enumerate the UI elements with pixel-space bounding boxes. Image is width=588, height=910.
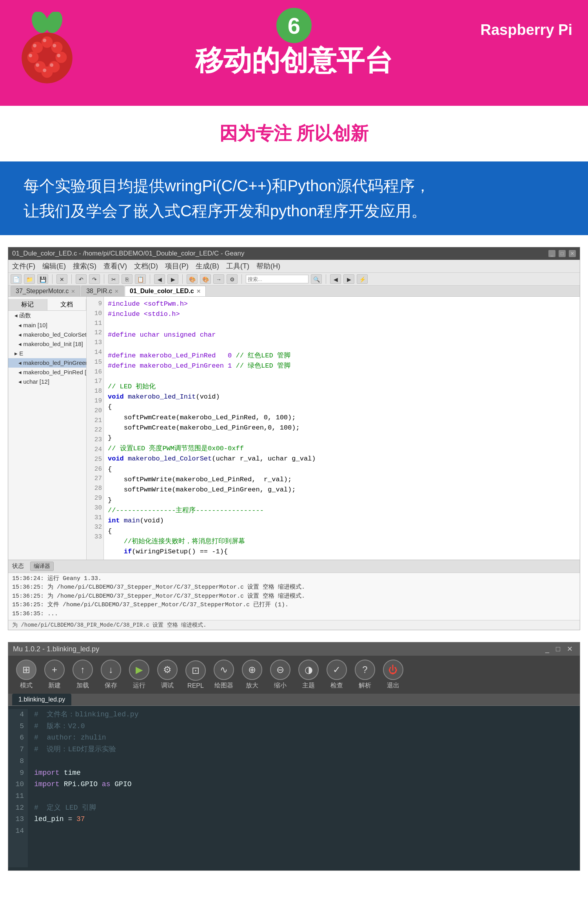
- geany-maximize-btn[interactable]: □: [559, 250, 566, 257]
- mu-theme-btn[interactable]: ◑ 主题: [298, 660, 319, 690]
- mu-code-content[interactable]: # 文件名：blinking_led.py # 版本：V2.0 # author…: [28, 709, 145, 867]
- mu-zoomout-btn[interactable]: ⊖ 缩小: [270, 660, 290, 690]
- mu-debug-btn[interactable]: ⚙ 调试: [157, 660, 178, 690]
- compiler-btn[interactable]: 编译器: [30, 562, 54, 571]
- mu-new-icon: +: [44, 660, 65, 680]
- geany-titlebar: 01_Dule_color_LED.c - /home/pi/CLBDEMO/0…: [8, 247, 580, 260]
- svg-point-1: [43, 12, 65, 35]
- menu-build[interactable]: 生成(B): [196, 261, 219, 271]
- tab-dule-color-close[interactable]: ✕: [196, 288, 201, 294]
- mu-mode-btn[interactable]: ⊞ 模式: [16, 660, 36, 690]
- mu-minimize-btn[interactable]: _: [545, 645, 549, 653]
- tab-pir-close[interactable]: ✕: [114, 288, 119, 294]
- mu-check-btn[interactable]: ✓ 检查: [327, 660, 347, 690]
- tree-item-pingreen[interactable]: ◂ makerobo_led_PinGreen [13: [8, 358, 86, 368]
- mu-line-num-6: 6: [12, 732, 24, 744]
- menu-tools[interactable]: 工具(T): [226, 261, 249, 271]
- toolbar-color[interactable]: 🎨: [187, 274, 198, 284]
- toolbar-nav-next[interactable]: ▶: [343, 274, 354, 284]
- toolbar-redo[interactable]: ↷: [89, 274, 100, 284]
- geany-minimize-btn[interactable]: _: [548, 250, 555, 257]
- tree-item-e[interactable]: ▸ E: [8, 349, 86, 358]
- mu-quit-btn[interactable]: ⏻ 退出: [383, 660, 403, 690]
- mu-plotter-icon: ∿: [214, 660, 234, 680]
- mu-toolbar: ⊞ 模式 + 新建 ↑ 加载 ↓ 保存 ▶ 运行 ⚙ 调试 ⊡ REPL ∿ 绘: [8, 656, 580, 694]
- toolbar-search-input[interactable]: [246, 275, 309, 283]
- log-line-2: 15:36:25: 为 /home/pi/CLBDEMO/37_Stepper_…: [12, 583, 576, 592]
- mu-load-btn[interactable]: ↑ 加载: [73, 660, 93, 690]
- tab-dule-color[interactable]: 01_Dule_color_LED.c✕: [125, 286, 206, 296]
- menu-file[interactable]: 文件(F): [12, 261, 35, 271]
- toolbar-new[interactable]: 📄: [11, 274, 22, 284]
- toolbar-paste[interactable]: 📋: [135, 274, 146, 284]
- mu-line-num-13: 13: [12, 814, 24, 825]
- mu-save-icon: ↓: [101, 660, 121, 680]
- line-num-29: 29: [88, 493, 102, 503]
- line-num-28: 28: [88, 484, 102, 493]
- mu-new-btn[interactable]: + 新建: [44, 660, 65, 690]
- svg-point-18: [43, 69, 46, 72]
- mu-parse-icon: ?: [355, 660, 375, 680]
- mu-repl-icon: ⊡: [185, 660, 206, 681]
- menu-edit[interactable]: 编辑(E): [42, 261, 66, 271]
- mu-code-area: 4 5 6 7 8 9 10 11 12 13 14 # 文件名：blinkin…: [8, 706, 580, 870]
- toolbar-search-btn[interactable]: 🔍: [311, 274, 322, 284]
- menu-document[interactable]: 文档(D): [134, 261, 158, 271]
- tree-item-main[interactable]: ◂ main [10]: [8, 321, 86, 330]
- tree-item-pinred[interactable]: ◂ makerobo_led_PinRed [14]: [8, 368, 86, 377]
- toolbar-copy[interactable]: ⎘: [122, 274, 132, 284]
- line-num-23: 23: [88, 435, 102, 445]
- toolbar-open[interactable]: 📁: [24, 274, 35, 284]
- tree-item-init[interactable]: ◂ makerobo_led_Init [18]: [8, 339, 86, 349]
- toolbar-color2[interactable]: 🎨: [200, 274, 211, 284]
- mu-zoomin-btn[interactable]: ⊕ 放大: [242, 660, 262, 690]
- svg-point-13: [53, 44, 56, 47]
- menu-search[interactable]: 搜索(S): [73, 261, 96, 271]
- toolbar-cut[interactable]: ✂: [108, 274, 119, 284]
- geany-body: 标记 文档 ◂ 函数 ◂ main [10] ◂ makerobo_led_Co…: [8, 297, 580, 560]
- line-num-11: 11: [88, 319, 102, 328]
- geany-close-btn[interactable]: ✕: [569, 250, 576, 257]
- tree-item-uchar[interactable]: ◂ uchar [12]: [8, 377, 86, 386]
- mu-line-num-5: 5: [12, 721, 24, 732]
- menu-help[interactable]: 帮助(H): [256, 261, 280, 271]
- mu-tab-blinking[interactable]: 1.blinking_led.py: [12, 694, 71, 705]
- mu-maximize-btn[interactable]: □: [556, 645, 560, 653]
- menu-project[interactable]: 项目(P): [165, 261, 189, 271]
- toolbar-save[interactable]: 💾: [37, 274, 48, 284]
- mu-parse-btn[interactable]: ? 解析: [355, 660, 375, 690]
- toolbar-search-next[interactable]: ▶: [167, 274, 178, 284]
- toolbar-close[interactable]: ✕: [56, 274, 67, 284]
- mu-repl-label: REPL: [187, 682, 204, 689]
- mu-repl-btn[interactable]: ⊡ REPL: [185, 660, 206, 689]
- code-content[interactable]: #include <softPwm.h> #include <stdio.h> …: [104, 297, 320, 560]
- mu-quit-icon: ⏻: [383, 660, 403, 680]
- tab-stepper[interactable]: 37_StepperMotor.c✕: [11, 286, 80, 296]
- sidebar-tab-marks[interactable]: 标记: [8, 299, 47, 310]
- toolbar-arrow[interactable]: →: [213, 274, 224, 284]
- mu-run-btn[interactable]: ▶ 运行: [129, 660, 149, 690]
- toolbar-sep7: [326, 274, 326, 284]
- tree-item-colorset[interactable]: ◂ makerobo_led_ColorSet [24]: [8, 330, 86, 339]
- toolbar-nav-prev[interactable]: ◀: [330, 274, 341, 284]
- mu-new-label: 新建: [48, 682, 61, 690]
- tree-item-functions[interactable]: ◂ 函数: [8, 311, 86, 321]
- log-line-3: 15:36:25: 为 /home/pi/CLBDEMO/37_Stepper_…: [12, 592, 576, 601]
- line-num-17: 17: [88, 377, 102, 386]
- mu-save-btn[interactable]: ↓ 保存: [101, 660, 121, 690]
- toolbar-compile[interactable]: ⚙: [227, 274, 238, 284]
- mu-close-btn[interactable]: ✕: [567, 645, 573, 653]
- toolbar-extra[interactable]: ⚡: [357, 274, 368, 284]
- mu-save-label: 保存: [105, 682, 117, 690]
- toolbar-search-prev[interactable]: ◀: [154, 274, 165, 284]
- mu-line-num-4: 4: [12, 709, 24, 721]
- blue-banner-text: 每个实验项目均提供wringPi(C/C++)和Python源代码程序， 让我们…: [24, 173, 564, 223]
- tab-stepper-close[interactable]: ✕: [71, 288, 75, 294]
- sidebar-tab-docs[interactable]: 文档: [47, 299, 87, 310]
- menu-view[interactable]: 查看(V): [103, 261, 127, 271]
- toolbar-sep4: [150, 274, 150, 284]
- tab-pir[interactable]: 38_PIR.c✕: [81, 286, 124, 296]
- mu-plotter-btn[interactable]: ∿ 绘图器: [214, 660, 234, 690]
- toolbar-undo[interactable]: ↶: [76, 274, 87, 284]
- raspberry-logo: [12, 12, 82, 90]
